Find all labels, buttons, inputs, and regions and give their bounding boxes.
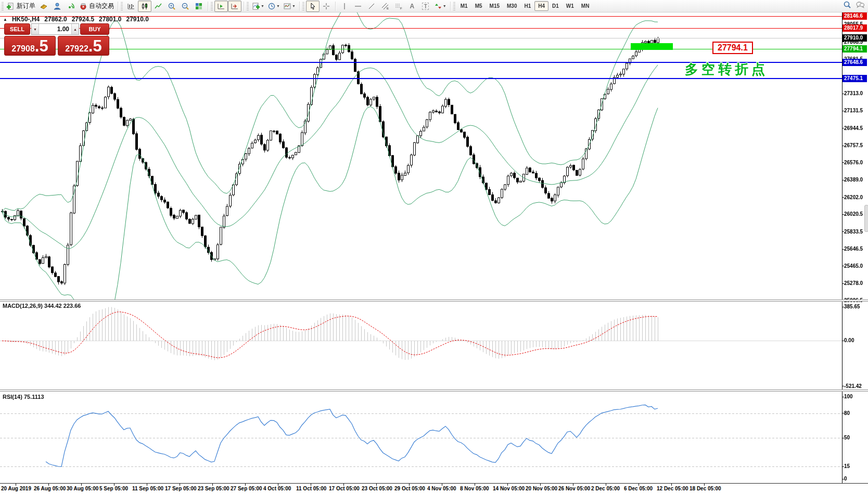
price-chart-canvas[interactable] — [0, 12, 868, 494]
triangle-up-icon: ▲ — [73, 28, 77, 31]
volume-increase-button[interactable]: ▲ — [71, 24, 79, 34]
time-axis-tickmark — [704, 484, 705, 486]
time-axis[interactable]: 20 Aug 201926 Aug 05:0030 Aug 05:005 Sep… — [0, 483, 868, 494]
arrows-tool-button[interactable]: ▼ — [432, 1, 448, 12]
label-tool-button[interactable]: T — [419, 1, 432, 12]
trendline-tool-button[interactable] — [365, 1, 378, 12]
line-chart-icon — [154, 2, 162, 10]
rsi-pane-separator[interactable] — [0, 389, 868, 392]
zoom-out-button[interactable] — [178, 1, 192, 12]
time-axis-tickmark — [343, 484, 344, 486]
label-tool-icon: T — [422, 3, 429, 10]
crosshair-tool-button[interactable] — [320, 1, 333, 12]
horizontal-line-tool-button[interactable] — [351, 1, 365, 12]
time-axis-label: 26 Aug 05:00 — [34, 486, 66, 491]
zoom-in-icon — [168, 2, 176, 10]
time-axis-tickmark — [180, 484, 180, 486]
triangle-down-icon: ▼ — [33, 28, 37, 31]
sell-price-button[interactable]: 27908 .5 — [4, 36, 56, 56]
time-axis-tickmark — [442, 484, 442, 486]
time-axis-tickmark — [409, 484, 410, 486]
price-callout-label[interactable]: 27794.1 — [712, 42, 753, 54]
candlestick-chart-icon — [141, 2, 149, 10]
chat-icon[interactable] — [856, 1, 865, 9]
timeframe-M5-button[interactable]: M5 — [471, 1, 486, 11]
toolbar-separator — [299, 2, 300, 11]
vertical-line-tool-button[interactable] — [338, 1, 351, 12]
bar-chart-icon — [127, 2, 135, 10]
time-axis-tickmark — [245, 484, 246, 486]
time-axis-label: 30 Aug 05:00 — [67, 486, 98, 491]
arrow-objects-icon — [434, 2, 442, 10]
collapse-panel-icon[interactable]: ▲ — [3, 17, 7, 22]
auto-trading-button[interactable]: 自动交易 — [78, 1, 116, 12]
price-axis-tag: 27648.6 — [843, 59, 867, 66]
timeframe-M15-button[interactable]: M15 — [486, 1, 503, 11]
macd-indicator-label: MACD(12,26,9) 344.42 223.66 — [3, 303, 81, 309]
gold-bar-icon — [40, 2, 48, 10]
chart-shift-button[interactable] — [228, 1, 241, 12]
timeframe-H1-button[interactable]: H1 — [520, 1, 534, 11]
styler-button[interactable] — [37, 1, 50, 12]
auto-scroll-button[interactable] — [214, 1, 228, 12]
toolbar-grip — [211, 2, 213, 10]
indicators-button[interactable]: ▼ — [250, 1, 266, 12]
buy-button[interactable]: BUY — [80, 23, 109, 35]
templates-button[interactable]: ▼ — [282, 1, 297, 12]
timeframe-M1-button[interactable]: M1 — [457, 1, 471, 11]
toolbar-separator — [208, 2, 208, 11]
publisher-button[interactable] — [50, 1, 64, 12]
price-axis-tag: 27794.1 — [843, 45, 867, 53]
chinese-annotation-text[interactable]: 多空转折点 — [685, 60, 768, 79]
sell-button[interactable]: SELL — [4, 23, 30, 35]
fibonacci-tool-button[interactable]: F — [392, 1, 405, 12]
bar-chart-button[interactable] — [124, 1, 138, 12]
time-axis-label: 11 Sep 05:00 — [132, 486, 163, 491]
macd-pane-separator[interactable] — [0, 300, 868, 302]
signals-button[interactable] — [64, 1, 78, 12]
price-axis-tick-label: 26576.0 — [844, 160, 863, 165]
price-axis-tag: 27910.0 — [843, 34, 867, 42]
horizontal-level-line[interactable] — [0, 38, 842, 38]
timeframe-D1-button[interactable]: D1 — [548, 1, 563, 11]
time-axis-tickmark — [475, 484, 475, 486]
dropdown-caret-icon: ▼ — [276, 4, 280, 8]
line-chart-button[interactable] — [151, 1, 165, 12]
toolbar-grip — [121, 2, 123, 10]
vertical-line-icon — [340, 2, 349, 10]
time-axis-tickmark — [540, 484, 541, 486]
chart-shift-icon — [231, 2, 239, 10]
timeframe-MN-button[interactable]: MN — [578, 1, 593, 11]
horizontal-level-line[interactable] — [0, 28, 842, 29]
tile-windows-icon — [195, 2, 203, 10]
buy-price-button[interactable]: 27922 .5 — [58, 36, 109, 56]
periods-button[interactable]: ▼ — [266, 1, 282, 12]
equidistant-channel-icon: E — [381, 2, 389, 10]
toolbar-separator — [335, 2, 336, 11]
time-axis-tickmark — [639, 484, 639, 486]
timeframe-W1-button[interactable]: W1 — [563, 1, 578, 11]
volume-input[interactable] — [39, 24, 71, 34]
vertical-scrollbar-thumb[interactable] — [864, 205, 868, 232]
macd-axis-tick-label: -521.42 — [844, 383, 862, 389]
green-highlight-rectangle[interactable] — [631, 43, 673, 50]
new-order-button[interactable]: 新订单 — [5, 1, 37, 12]
price-axis-tag: 28017.9 — [843, 24, 867, 32]
volume-decrease-button[interactable]: ▼ — [32, 24, 39, 34]
time-axis-label: 17 Oct 05:00 — [329, 486, 360, 491]
cursor-tool-button[interactable] — [306, 1, 320, 12]
price-axis-tick-label: 26020.5 — [844, 211, 863, 217]
tile-windows-button[interactable] — [192, 1, 206, 12]
search-icon[interactable] — [843, 1, 851, 9]
candlestick-chart-button[interactable] — [138, 1, 151, 12]
text-tool-button[interactable]: A — [405, 1, 419, 12]
time-axis-tickmark — [212, 484, 213, 486]
time-axis-label: 4 Nov 05:00 — [427, 486, 456, 491]
zoom-in-button[interactable] — [165, 1, 178, 12]
toolbar-grip — [247, 2, 249, 10]
dropdown-caret-icon: ▼ — [261, 4, 264, 8]
timeframe-H4-button[interactable]: H4 — [534, 1, 548, 11]
channel-tool-button[interactable]: E — [378, 1, 392, 12]
time-axis-tickmark — [147, 484, 147, 486]
timeframe-M30-button[interactable]: M30 — [503, 1, 520, 11]
